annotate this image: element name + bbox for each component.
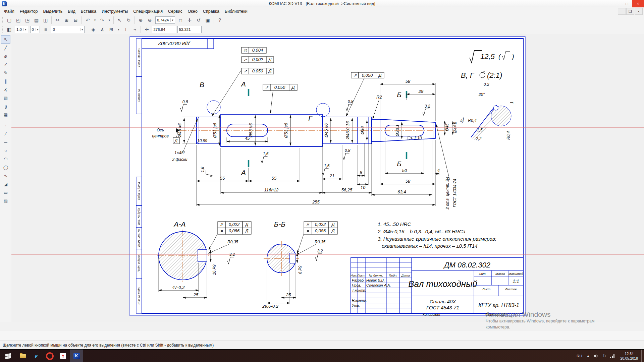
tolerance-symbol[interactable]: ↗ bbox=[353, 73, 357, 78]
keyway-width-label[interactable]: 6 Р9 bbox=[298, 265, 303, 274]
start-button[interactable] bbox=[0, 350, 16, 362]
tech-req-line[interactable]: 3. Неуказанные граничные отклонения разм… bbox=[378, 236, 496, 242]
dim-label[interactable]: R0,4 bbox=[506, 131, 511, 140]
network-icon[interactable] bbox=[608, 350, 617, 362]
roughness-label[interactable]: 1,6 bbox=[263, 152, 269, 156]
titleblock-row-value[interactable]: Новик В.В. bbox=[366, 278, 385, 282]
tolerance-datum[interactable]: Д bbox=[245, 228, 248, 233]
mdi-minimize-button[interactable]: – bbox=[618, 8, 626, 15]
tolerance-datum[interactable]: Д bbox=[268, 57, 271, 62]
roughness-rotated[interactable] bbox=[206, 171, 213, 177]
coord-y-field[interactable] bbox=[177, 26, 202, 33]
grid-dropdown[interactable]: ▾ bbox=[116, 25, 121, 34]
mdi-close-button[interactable]: × bbox=[635, 8, 643, 15]
fit-button[interactable]: ▣ bbox=[203, 16, 212, 24]
roughness-label[interactable]: 0,8 bbox=[348, 99, 354, 104]
titleblock-part-name[interactable]: Вал тихоходный bbox=[408, 279, 477, 289]
tolerance-symbol[interactable]: ↗ bbox=[265, 85, 269, 90]
coord-x-field[interactable] bbox=[152, 26, 176, 33]
chevron-down-icon[interactable]: ▾ bbox=[36, 28, 39, 31]
tolerance-value[interactable]: 0,086 bbox=[315, 228, 326, 233]
roughness-label[interactable]: 3,2 bbox=[317, 249, 323, 253]
tolerance-datum[interactable]: Д bbox=[331, 228, 334, 233]
pan-button[interactable]: ✛ bbox=[185, 16, 194, 24]
detail-v-circle[interactable] bbox=[207, 101, 220, 114]
local-csys-button[interactable]: ¬ bbox=[130, 25, 139, 34]
angle-snap-button[interactable]: ∡ bbox=[98, 25, 107, 34]
taskbar-yandex[interactable]: Y bbox=[56, 350, 70, 362]
dim-label[interactable]: 45 bbox=[245, 136, 250, 141]
section-letter[interactable]: Б bbox=[397, 91, 401, 99]
tool-geometry-button[interactable]: ╱ bbox=[1, 44, 10, 52]
ortho-button[interactable]: ⊥ bbox=[121, 25, 130, 34]
zoom-combo[interactable]: 0.7424▾ bbox=[155, 16, 175, 24]
dim-label[interactable]: R0,4 bbox=[468, 118, 477, 123]
tolerance-value[interactable]: 0,050 bbox=[252, 68, 263, 73]
tech-req-line[interactable]: 1. 45...50 HRC bbox=[378, 221, 411, 227]
dim-label[interactable]: 29 bbox=[418, 89, 423, 94]
tool-circle-button[interactable]: ○ bbox=[1, 146, 10, 155]
tool-pointer-button[interactable]: ↖ bbox=[1, 35, 10, 44]
menu-view[interactable]: Вид bbox=[65, 8, 78, 15]
dim-label[interactable]: 55 bbox=[220, 176, 225, 181]
refresh-button[interactable]: ↻ bbox=[124, 16, 133, 24]
menu-file[interactable]: Файл bbox=[1, 8, 17, 15]
copy-button[interactable]: ⊞ bbox=[62, 16, 71, 24]
step-combo[interactable]: 1.0▾ bbox=[15, 26, 28, 33]
layers-button[interactable]: ≡ bbox=[41, 25, 50, 34]
state-combo[interactable]: 0▾ bbox=[30, 26, 40, 33]
menu-libraries[interactable]: Библиотеки bbox=[222, 8, 250, 15]
dia-dim-label[interactable]: Ø45-0,16 bbox=[345, 121, 350, 140]
zoom-out-button[interactable]: ⊖ bbox=[145, 16, 154, 24]
tolerance-value[interactable]: 0,022 bbox=[229, 222, 240, 227]
tool-hatch-button[interactable]: ▨ bbox=[1, 197, 10, 205]
chamfer-label[interactable]: 1×45° bbox=[174, 150, 185, 155]
tool-dimensions-button[interactable]: ⌀ bbox=[1, 52, 10, 60]
dim-label[interactable]: 63,4 bbox=[397, 189, 406, 194]
tolerance-datum[interactable]: Д bbox=[331, 222, 334, 227]
menu-tools[interactable]: Инструменты bbox=[99, 8, 130, 15]
open-button[interactable]: ◰ bbox=[14, 16, 23, 24]
keyway-width-label[interactable]: 16 Р9 bbox=[212, 264, 217, 275]
dim-label[interactable]: R0,35 bbox=[227, 240, 238, 244]
roughness-label[interactable]: 3,2 bbox=[425, 104, 430, 109]
tool-rect-button[interactable]: ▭ bbox=[1, 188, 10, 197]
menu-help[interactable]: Справка bbox=[200, 8, 222, 15]
tool-spline-button[interactable]: ∿ bbox=[1, 172, 10, 180]
dim-label[interactable]: 4 bbox=[437, 168, 439, 173]
section-views[interactable] bbox=[159, 105, 511, 280]
tolerance-value[interactable]: 0,004 bbox=[252, 48, 263, 53]
dim-label[interactable]: 8 bbox=[360, 170, 362, 175]
tool-reports-button[interactable]: ▦ bbox=[1, 111, 10, 119]
drawing-svg[interactable]: ДМ 08.02.302 12,5 ( ) В, Г (2:1) ◎ 0,004… bbox=[129, 36, 526, 316]
dia-dim-label[interactable]: Ø53 js6 bbox=[212, 123, 217, 138]
tolerance-symbol[interactable]: = bbox=[307, 229, 309, 233]
tolerance-value[interactable]: 0,002 bbox=[252, 57, 263, 62]
titleblock-org[interactable]: КГТУ гр. НТ83-1 bbox=[478, 302, 519, 308]
help-button[interactable]: ? bbox=[215, 16, 224, 24]
tolerance-symbol[interactable]: = bbox=[220, 229, 223, 233]
tolerance-value[interactable]: 0,050 bbox=[274, 85, 285, 90]
titleblock-scale[interactable]: 1:1 bbox=[513, 279, 519, 284]
menu-service[interactable]: Сервис bbox=[165, 8, 185, 15]
drawing-sheet[interactable]: ДМ 08.02.302 12,5 ( ) В, Г (2:1) ◎ 0,004… bbox=[129, 36, 526, 316]
center-holes-note[interactable]: 2 отв. центр. В4 bbox=[445, 177, 450, 210]
grid-button[interactable]: ⊞ bbox=[107, 25, 116, 34]
axis-label[interactable]: центров bbox=[152, 134, 169, 138]
tech-req-line[interactable]: 2. Ø45-0,16 – h 0,3...0,4; 56...63 HRCэ bbox=[377, 229, 465, 234]
dim-label[interactable]: 25 bbox=[193, 292, 199, 297]
undo-button[interactable]: ↶ bbox=[83, 16, 92, 24]
shaft-outline[interactable] bbox=[197, 101, 435, 146]
titleblock-doc-number[interactable]: ДМ 08.02.302 bbox=[443, 261, 490, 269]
tool-arc-button[interactable]: ◠ bbox=[1, 155, 10, 163]
minimize-button[interactable]: – bbox=[612, 0, 622, 7]
new-button[interactable]: ▢ bbox=[5, 16, 14, 24]
dim-label[interactable]: 58 bbox=[406, 79, 411, 84]
menu-select[interactable]: Выделить bbox=[41, 8, 65, 15]
dim-label[interactable]: 56,25 bbox=[341, 187, 353, 192]
taskbar-ie[interactable]: e bbox=[30, 350, 43, 362]
redo-dropdown[interactable]: ▾ bbox=[107, 16, 112, 24]
dim-label[interactable]: 10,99 bbox=[197, 138, 207, 143]
roughness-label[interactable]: 1,6 bbox=[200, 167, 205, 172]
tolerance-value[interactable]: 0,086 bbox=[229, 228, 240, 233]
